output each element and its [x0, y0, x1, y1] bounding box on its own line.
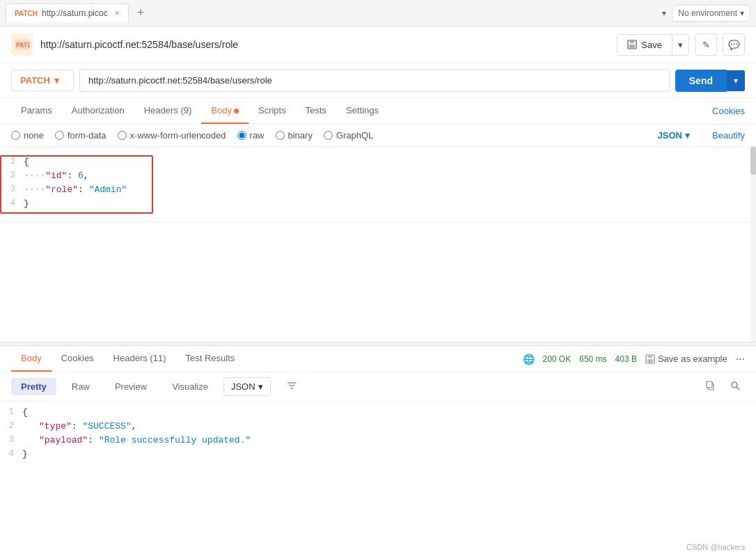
- res-line-number-1: 1: [0, 407, 22, 417]
- editor-scrollbar[interactable]: [750, 147, 756, 342]
- option-raw[interactable]: raw: [237, 130, 265, 141]
- tab-authorization[interactable]: Authorization: [62, 98, 134, 124]
- res-line-number-2: 2: [0, 421, 22, 431]
- res-line-content-4: }: [22, 449, 28, 459]
- request-tabs: Params Authorization Headers (9) Body Sc…: [0, 98, 756, 125]
- copy-button[interactable]: [700, 377, 720, 396]
- url-input[interactable]: [79, 69, 670, 92]
- method-chevron-icon: ▾: [54, 75, 59, 86]
- option-binary[interactable]: binary: [276, 130, 313, 141]
- code-editor-area[interactable]: 1 { 2 ····"id": 6, 3 ····"role": "Admin"…: [0, 147, 756, 223]
- globe-icon: 🌐: [523, 354, 535, 365]
- line-number-4: 4: [1, 198, 24, 208]
- save-button[interactable]: Save: [617, 35, 672, 55]
- comment-button[interactable]: 💬: [723, 33, 745, 56]
- option-binary-label: binary: [288, 130, 313, 141]
- svg-point-13: [732, 382, 737, 388]
- res-toolbar-right: [700, 377, 745, 396]
- line-number-3: 3: [1, 184, 24, 194]
- url-display: http://saturn.picoctf.net:52584/base/use…: [40, 39, 610, 50]
- request-body-editor: 1 { 2 ····"id": 6, 3 ····"role": "Admin"…: [0, 147, 756, 342]
- res-json-chevron-icon: ▾: [258, 381, 263, 392]
- res-code-line-3: 3 "payload": "Role successfully updated.…: [0, 435, 756, 449]
- visualize-button[interactable]: Visualize: [162, 378, 218, 395]
- code-line-4: 4 }: [1, 198, 152, 212]
- beautify-button[interactable]: Beautify: [712, 130, 745, 141]
- body-dot: [234, 109, 239, 113]
- save-dropdown-button[interactable]: ▾: [672, 35, 688, 55]
- more-options-button[interactable]: ···: [736, 353, 745, 365]
- option-none-label: none: [24, 130, 44, 141]
- line-content-4: }: [24, 198, 29, 209]
- method-selector[interactable]: PATCH ▾: [11, 70, 74, 91]
- method-label: PATCH: [20, 75, 50, 86]
- send-dropdown-button[interactable]: ▾: [727, 70, 745, 91]
- json-chevron-icon: ▾: [685, 130, 690, 141]
- status-code: 200 OK: [543, 354, 572, 364]
- line-number-1: 1: [1, 157, 24, 166]
- tab-tests[interactable]: Tests: [296, 98, 336, 124]
- radio-raw[interactable]: [237, 131, 246, 140]
- cookies-link[interactable]: Cookies: [712, 106, 745, 116]
- edit-button[interactable]: ✎: [695, 33, 717, 56]
- tab-close-icon[interactable]: ×: [115, 8, 120, 18]
- footer-watermark: CSDN @hackers: [675, 540, 756, 554]
- res-tab-headers[interactable]: Headers (11): [104, 346, 176, 372]
- svg-line-14: [737, 387, 739, 390]
- tab-headers[interactable]: Headers (9): [134, 98, 202, 124]
- url-bar-actions: Save ▾ ✎ 💬: [617, 33, 745, 56]
- request-line: PATCH ▾ Send ▾: [0, 63, 756, 98]
- res-tab-body[interactable]: Body: [11, 346, 52, 372]
- save-button-group: Save ▾: [617, 34, 689, 56]
- res-code-line-1: 1 {: [0, 407, 756, 421]
- option-urlencoded[interactable]: x-www-form-urlencoded: [118, 130, 226, 141]
- raw-button[interactable]: Raw: [62, 378, 100, 395]
- env-chevron-icon: ▾: [740, 8, 744, 18]
- new-tab-button[interactable]: +: [132, 6, 150, 20]
- filter-icon: [286, 380, 297, 391]
- send-button[interactable]: Send: [675, 70, 727, 92]
- tab-settings[interactable]: Settings: [336, 98, 388, 124]
- filter-button[interactable]: [276, 377, 307, 397]
- radio-form-data[interactable]: [55, 131, 64, 140]
- code-line-1: 1 {: [1, 157, 152, 171]
- active-tab[interactable]: PATCH http://saturn.picoc ×: [6, 3, 129, 22]
- tab-title: http://saturn.picoc: [42, 8, 108, 18]
- option-graphql-label: GraphQL: [336, 130, 373, 141]
- pretty-button[interactable]: Pretty: [11, 378, 56, 395]
- res-tab-cookies[interactable]: Cookies: [52, 346, 104, 372]
- tab-chevron-icon[interactable]: ▾: [662, 8, 666, 18]
- res-code-line-4: 4 }: [0, 449, 756, 463]
- res-line-content-3: "payload": "Role successfully updated.": [22, 435, 251, 445]
- option-form-data-label: form-data: [68, 130, 107, 141]
- radio-urlencoded[interactable]: [118, 131, 127, 140]
- search-button[interactable]: [725, 377, 745, 396]
- radio-none[interactable]: [11, 131, 20, 140]
- radio-graphql[interactable]: [324, 131, 333, 140]
- res-tab-test-results[interactable]: Test Results: [175, 346, 244, 372]
- res-json-selector[interactable]: JSON ▾: [223, 377, 271, 396]
- tab-bar: PATCH http://saturn.picoc × + ▾ No envir…: [0, 0, 756, 26]
- option-none[interactable]: none: [11, 130, 44, 141]
- line-content-3: ····"role": "Admin": [24, 184, 127, 195]
- option-graphql[interactable]: GraphQL: [324, 130, 373, 141]
- response-time: 650 ms: [579, 354, 606, 364]
- response-tab-bar: Body Cookies Headers (11) Test Results 🌐…: [0, 346, 756, 372]
- json-selector[interactable]: JSON ▾: [658, 130, 690, 141]
- svg-text:PATCH: PATCH: [16, 42, 30, 49]
- scrollbar-thumb[interactable]: [750, 147, 756, 175]
- environment-selector[interactable]: No environment ▾: [672, 5, 750, 22]
- tab-scripts[interactable]: Scripts: [249, 98, 296, 124]
- res-line-number-4: 4: [0, 449, 22, 459]
- line-content-1: {: [24, 157, 29, 167]
- req-tabs-right: Cookies: [712, 99, 745, 123]
- preview-button[interactable]: Preview: [105, 378, 157, 395]
- res-code-line-2: 2 "type": "SUCCESS",: [0, 421, 756, 435]
- save-as-example-button[interactable]: Save as example: [645, 354, 727, 364]
- res-line-content-2: "type": "SUCCESS",: [22, 421, 136, 432]
- tab-body[interactable]: Body: [201, 98, 249, 124]
- radio-binary[interactable]: [276, 131, 285, 140]
- option-form-data[interactable]: form-data: [55, 130, 107, 141]
- tab-params[interactable]: Params: [11, 98, 62, 124]
- response-body-editor: 1 { 2 "type": "SUCCESS", 3 "payload": "R…: [0, 402, 756, 492]
